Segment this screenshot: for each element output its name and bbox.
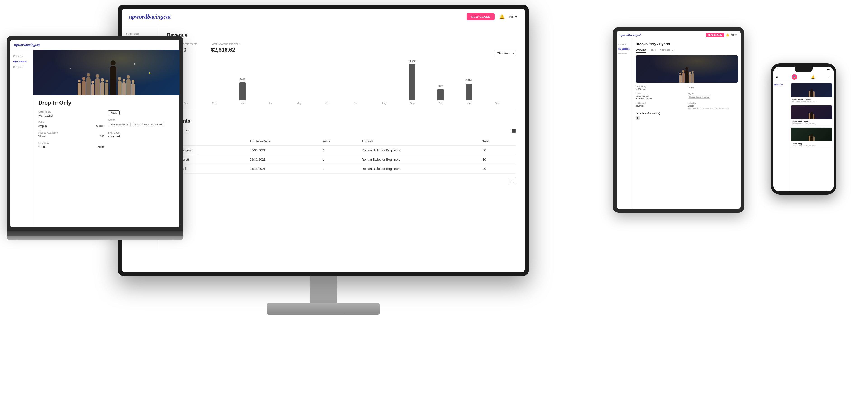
tablet-skill: Skill Level advanced — [636, 102, 686, 109]
cell-total-1: 30 — [479, 155, 516, 164]
phone-class-card-0[interactable]: Drop-In Only - Hybrid can't added 10% on… — [791, 83, 832, 104]
laptop-sidebar-revenue[interactable]: Revenue — [13, 64, 30, 70]
phone-more-icon: ··· — [829, 75, 831, 79]
phone-card-title-1: Series Only - Hybrid — [792, 120, 831, 122]
tablet-logo: upwordbacingcat — [620, 33, 641, 37]
location-type: Online — [38, 145, 46, 148]
phone-sidebar: My Classes — [773, 81, 789, 192]
schedule-title: Schedule (3 classes) — [636, 112, 738, 115]
monitor-stand-neck — [310, 276, 337, 303]
revenue-stats: Total Revenue this Month $490.90 Total R… — [167, 42, 516, 53]
phone-sidebar-my-classes[interactable]: My Classes — [774, 83, 787, 86]
laptop-bottom — [7, 236, 183, 240]
tablet-sidebar-revenue[interactable]: Revenue — [618, 51, 631, 56]
skill-label: Skill Level — [108, 131, 174, 134]
tablet-hybrid-tag: hybrid — [688, 86, 696, 89]
tablet-location-global: Global — [688, 105, 738, 107]
chevron-down-icon: ▼ — [515, 15, 518, 19]
cell-total-2: 30 — [479, 164, 516, 174]
payments-title: Payments — [167, 118, 516, 124]
new-class-button[interactable]: NEW CLASS — [467, 13, 495, 20]
hero-image — [33, 50, 180, 95]
cell-product-1: Roman Ballet for Beginners — [358, 155, 479, 164]
tablet-header: upwordbacingcat NEW CLASS 🔔 NT ▼ — [617, 31, 741, 39]
phone-card-img-0 — [791, 83, 832, 97]
header-right: NEW CLASS 🔔 NT ▼ — [467, 13, 518, 20]
tablet-offered-by: Offered By No! Teacher — [636, 85, 686, 90]
class-hero-image — [33, 50, 180, 95]
phone-card-sub-0: can't added 10% on July 21, 2021 — [792, 101, 831, 102]
user-badge: NT ▼ — [509, 15, 518, 19]
virtual-label: Virtual — [38, 135, 46, 138]
year-filter-select[interactable]: This Year Last Year — [494, 50, 516, 56]
bar-oct: $321 Oct — [427, 85, 455, 105]
bar-jun: Jun — [313, 96, 342, 105]
tablet-tab-attendees[interactable]: Attendees (1) — [660, 48, 674, 53]
skill-item: Skill Level advanced — [108, 131, 174, 138]
bar-apr: Apr — [257, 96, 285, 105]
table-row: Nora Abbagnato 06/30/2021 3 Roman Ballet… — [167, 145, 516, 155]
offered-by-label: Offered By — [38, 110, 104, 113]
location-label: Location — [38, 142, 104, 144]
tablet-tab-tickets[interactable]: Tickets — [649, 48, 656, 53]
person-6 — [100, 82, 104, 95]
offered-by-value: No! Teacher — [38, 114, 104, 117]
revenue-chart: Jan Feb — [167, 59, 516, 109]
laptop-sidebar: Calendar My Classes Revenue — [10, 50, 33, 227]
tablet-location-label: Location — [688, 102, 738, 104]
tablet-tabs: Overview Tickets Attendees (1) — [636, 48, 738, 53]
price-item: Price drop in $30.00 — [38, 121, 104, 127]
tablet-tab-overview[interactable]: Overview — [636, 48, 646, 53]
phone-content: Drop-In Only - Hybrid can't added 10% on… — [789, 81, 834, 192]
phone-class-card-1[interactable]: Series Only - Hybrid can added 10% on Ju… — [791, 105, 832, 126]
price-type: drop in — [38, 124, 47, 127]
bar-feb: Feb — [200, 96, 228, 105]
tablet-layout: Calendar My Classes Revenue Drop-In Only… — [617, 39, 741, 209]
phone-class-card-2[interactable]: Series Only can added 10% on July 28, 20… — [791, 127, 832, 148]
chart-bars: Jan Feb — [169, 62, 514, 105]
laptop: upwordbacingcat Calendar My Classes Reve… — [7, 36, 183, 348]
virtual-tag: virtual — [108, 110, 120, 115]
phone-avatar-icon: 🎭 — [793, 76, 796, 78]
laptop-sidebar-my-classes[interactable]: My Classes — [13, 59, 30, 64]
cell-date-2: 06/18/2021 — [246, 164, 319, 174]
tablet-app: upwordbacingcat NEW CLASS 🔔 NT ▼ Calenda… — [617, 31, 741, 209]
phone-bell-icon: 🔔 — [811, 75, 815, 79]
tablet-skill-value: advanced — [636, 105, 686, 107]
tablet-sidebar-my-classes[interactable]: My Classes — [618, 47, 631, 51]
phone-notch — [795, 66, 813, 72]
tablet-main: Drop-In Only - Hybrid Overview Tickets A… — [633, 39, 741, 209]
person-10 — [126, 79, 131, 95]
phone-card-img-2 — [791, 127, 832, 141]
tablet-new-class-button[interactable]: NEW CLASS — [706, 33, 724, 37]
user-initials: NT — [509, 15, 514, 19]
crowd — [33, 66, 180, 95]
total-year-label: Total Revenue this Year — [211, 42, 239, 46]
payments-table: Member Purchase Date Items Product Total… — [167, 137, 516, 174]
location-value: Zoom — [97, 145, 104, 148]
cell-items-2: 1 — [319, 164, 358, 174]
table-row: rico Balzaretti 06/30/2021 1 Roman Balle… — [167, 155, 516, 164]
page-1-button[interactable]: 1 — [508, 177, 516, 184]
table-row: anni Agnelli 06/18/2021 1 Roman Ballet f… — [167, 164, 516, 174]
tablet-screen: upwordbacingcat NEW CLASS 🔔 NT ▼ Calenda… — [617, 31, 741, 209]
hamburger-icon[interactable]: ≡ — [776, 75, 778, 79]
revenue-title: Revenue — [167, 32, 516, 38]
bar-nov: $514 Nov — [455, 79, 483, 105]
laptop-sidebar-calendar[interactable]: Calendar — [13, 53, 30, 59]
schedule-expand[interactable]: ▼ — [636, 116, 738, 120]
tablet-sidebar-calendar[interactable]: Calendar — [618, 42, 631, 47]
tablet-location: Location Global 1935 Charleston Rd, Moun… — [688, 102, 738, 109]
phone-card-body-0: Drop-In Only - Hybrid can't added 10% on… — [791, 97, 832, 104]
places-label: Places Available — [38, 131, 104, 134]
bar-dec: Dec — [483, 96, 511, 105]
styles-tags: Historical dance Disco / Electronic danc… — [108, 122, 174, 127]
bell-icon: 🔔 — [499, 14, 505, 20]
style-tag-0: Historical dance — [108, 122, 131, 127]
total-year-stat: Total Revenue this Year $2,616.62 — [211, 42, 239, 53]
cell-date-1: 06/30/2021 — [246, 155, 319, 164]
class-info: Drop-In Only Offered By No! Teacher — [33, 95, 180, 153]
expand-icon: ▼ — [636, 116, 640, 120]
cell-items-0: 3 — [319, 145, 358, 155]
col-items: Items — [319, 137, 358, 145]
